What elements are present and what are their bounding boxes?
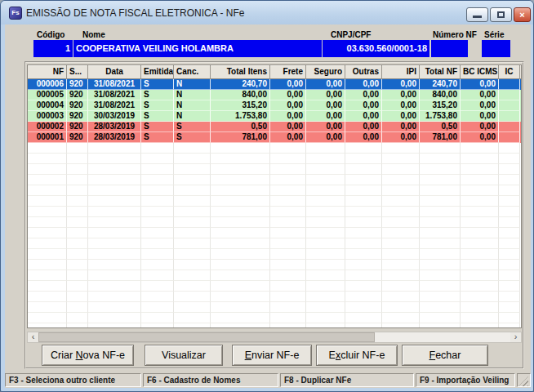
table-empty-row bbox=[28, 217, 521, 228]
cnpj-field[interactable]: 03.630.560/0001-18 bbox=[323, 40, 429, 57]
cell: 840,00 bbox=[420, 90, 461, 100]
numero-nf-field[interactable] bbox=[431, 40, 468, 57]
cell: 0,00 bbox=[345, 111, 382, 122]
cell: N bbox=[174, 79, 211, 90]
fechar-button[interactable]: Fechar bbox=[402, 345, 488, 366]
table-row[interactable]: 00000192028/03/2019SS781,000,000,000,000… bbox=[28, 132, 521, 143]
column-header[interactable]: S... bbox=[67, 65, 88, 79]
cell: 781,00 bbox=[420, 132, 461, 143]
table-row[interactable]: 00000392030/03/2019SN1.753,800,000,000,0… bbox=[28, 111, 521, 122]
table-empty-row bbox=[28, 281, 521, 292]
scrollbar-thumb[interactable] bbox=[38, 332, 375, 342]
cell bbox=[382, 292, 420, 302]
column-header[interactable]: NF bbox=[28, 65, 67, 79]
table-row[interactable]: 00000592031/08/2021SN840,000,000,000,000… bbox=[28, 90, 521, 100]
cell bbox=[270, 207, 306, 217]
cell bbox=[499, 281, 520, 292]
cell bbox=[306, 164, 345, 175]
cell bbox=[382, 249, 420, 260]
cell bbox=[345, 260, 382, 270]
cell bbox=[420, 249, 461, 260]
maximize-button[interactable] bbox=[490, 7, 512, 22]
cell bbox=[174, 260, 211, 270]
cell: S bbox=[174, 122, 211, 132]
cell bbox=[270, 175, 306, 185]
serie-field[interactable] bbox=[482, 40, 510, 57]
cell bbox=[420, 143, 461, 154]
cell bbox=[88, 238, 141, 249]
cell bbox=[141, 154, 174, 164]
column-header[interactable]: Total Itens bbox=[211, 65, 270, 79]
cell bbox=[306, 270, 345, 281]
nome-label: Nome bbox=[82, 30, 105, 39]
minimize-icon bbox=[473, 16, 482, 18]
column-header[interactable]: Canc. bbox=[174, 65, 211, 79]
column-header[interactable]: Total NF bbox=[420, 65, 461, 79]
column-header[interactable]: Emitida bbox=[141, 65, 174, 79]
nome-field[interactable]: COOPERATIVA VEILING HOLAMBRA bbox=[73, 40, 322, 57]
cell bbox=[211, 292, 270, 302]
cell bbox=[270, 260, 306, 270]
cell bbox=[67, 143, 88, 154]
cell bbox=[382, 196, 420, 207]
cell bbox=[88, 175, 141, 185]
cell bbox=[88, 249, 141, 260]
column-header[interactable]: Data bbox=[88, 65, 141, 79]
cell: 781,00 bbox=[211, 132, 270, 143]
cell bbox=[211, 207, 270, 217]
column-header[interactable]: Seguro bbox=[306, 65, 345, 79]
cell bbox=[67, 196, 88, 207]
cell bbox=[345, 185, 382, 196]
criar-nova-nfe-button[interactable]: Criar Nova NF-e bbox=[42, 345, 134, 366]
table-empty-row bbox=[28, 323, 521, 328]
cell bbox=[461, 175, 499, 185]
enviar-nfe-button[interactable]: Enviar NF-e bbox=[232, 345, 312, 366]
table-row[interactable]: 00000292028/03/2019SS0,500,000,000,000,0… bbox=[28, 122, 521, 132]
cell bbox=[461, 164, 499, 175]
cell: 0,00 bbox=[270, 100, 306, 111]
cell: 0,00 bbox=[306, 90, 345, 100]
cell: S bbox=[141, 111, 174, 122]
cell bbox=[499, 185, 520, 196]
column-header[interactable]: Outras bbox=[345, 65, 382, 79]
cell: 0,00 bbox=[461, 132, 499, 143]
cell bbox=[88, 281, 141, 292]
column-header[interactable]: IPI bbox=[382, 65, 420, 79]
cell bbox=[270, 217, 306, 228]
visualizar-button[interactable]: Visualizar bbox=[145, 345, 223, 366]
cell bbox=[174, 164, 211, 175]
cell bbox=[270, 228, 306, 238]
table-empty-row bbox=[28, 313, 521, 323]
column-header[interactable]: Frete bbox=[270, 65, 306, 79]
cell: S bbox=[141, 79, 174, 90]
cell bbox=[174, 196, 211, 207]
cell bbox=[270, 302, 306, 313]
cell bbox=[306, 249, 345, 260]
cell bbox=[382, 281, 420, 292]
cell bbox=[420, 175, 461, 185]
cell bbox=[461, 154, 499, 164]
excluir-nfe-button[interactable]: Excluir NF-e bbox=[316, 345, 398, 366]
cell bbox=[345, 238, 382, 249]
column-header[interactable]: IC bbox=[499, 65, 520, 79]
codigo-field[interactable]: 1 bbox=[33, 40, 73, 57]
cell bbox=[499, 217, 520, 228]
table-row[interactable]: 00000692031/08/2021SN240,700,000,000,000… bbox=[28, 79, 521, 90]
cell: 0,00 bbox=[382, 100, 420, 111]
table-row[interactable]: 00000492031/08/2021SN315,200,000,000,000… bbox=[28, 100, 521, 111]
nfe-app-icon: Fs bbox=[9, 7, 22, 20]
table-empty-row bbox=[28, 154, 521, 164]
horizontal-scrollbar[interactable]: ‹ › bbox=[27, 332, 522, 343]
client-area: Código Nome CNPJ/CPF Número NF Série 1 C… bbox=[5, 24, 531, 388]
close-button[interactable]: × bbox=[514, 7, 531, 22]
minimize-button[interactable] bbox=[466, 7, 488, 22]
scroll-left-arrow-icon[interactable]: ‹ bbox=[28, 332, 38, 342]
cell bbox=[306, 217, 345, 228]
column-header[interactable]: BC ICMS bbox=[461, 65, 499, 79]
title-bar[interactable]: Fs EMISSÃO DE NOTA FISCAL ELETRONICA - N… bbox=[1, 1, 533, 24]
cell bbox=[306, 154, 345, 164]
scroll-right-arrow-icon[interactable]: › bbox=[510, 332, 521, 342]
cell: 0,00 bbox=[345, 132, 382, 143]
resize-grip[interactable] bbox=[518, 376, 528, 386]
cell bbox=[382, 143, 420, 154]
